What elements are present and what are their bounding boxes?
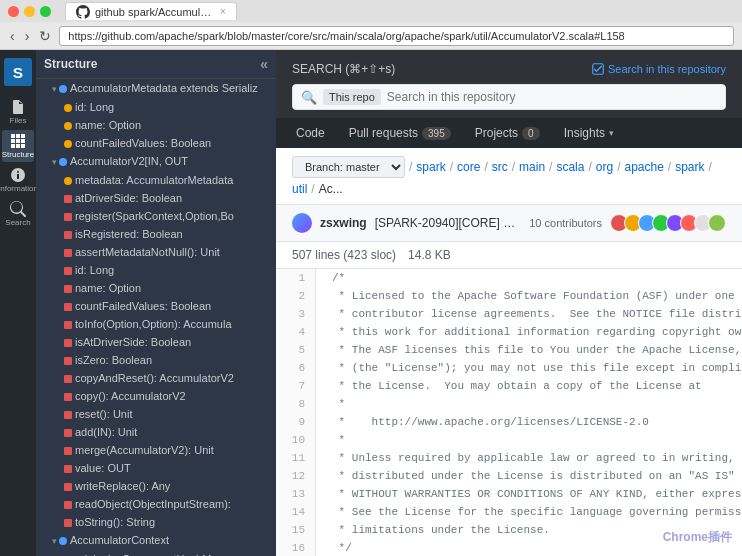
path-scala[interactable]: scala [556, 160, 584, 174]
forward-button[interactable]: › [23, 28, 32, 44]
line-code: * http://www.apache.org/licenses/LICENSE… [316, 413, 665, 431]
nav-pr-label: Pull requests [349, 126, 418, 140]
path-util[interactable]: util [292, 182, 307, 196]
tree-item[interactable]: metadata: AccumulatorMetadata [36, 171, 276, 189]
projects-badge: 0 [522, 127, 540, 140]
address-bar: ‹ › ↻ [0, 22, 742, 50]
code-line: 7 * the License. You may obtain a copy o… [276, 377, 742, 395]
tree-item[interactable]: toString(): String [36, 513, 276, 531]
path-sep-6: / [617, 160, 620, 174]
tree-item[interactable]: readObject(ObjectInputStream): [36, 495, 276, 513]
main-content[interactable]: SEARCH (⌘+⇧+s) Search in this repository… [276, 50, 742, 556]
search-icon: 🔍 [301, 90, 317, 105]
line-number: 13 [276, 485, 316, 503]
path-src[interactable]: src [492, 160, 508, 174]
nav-pull-requests[interactable]: Pull requests 395 [345, 124, 455, 142]
tree-item[interactable]: value: OUT [36, 459, 276, 477]
path-sep-3: / [512, 160, 515, 174]
tab-area: github spark/AccumulatorV2.scala at … × [65, 2, 734, 20]
tree-item[interactable]: name: Option [36, 116, 276, 134]
line-code: * WITHOUT WARRANTIES OR CONDITIONS OF AN… [316, 485, 742, 503]
close-button[interactable] [8, 6, 19, 17]
contrib-8 [708, 214, 726, 232]
branch-select[interactable]: Branch: master [292, 156, 405, 178]
main-layout: S Files Structure Information Search Str… [0, 50, 742, 556]
nav-code[interactable]: Code [292, 124, 329, 142]
tree-item[interactable]: id: Long [36, 261, 276, 279]
sidebar-item-information[interactable]: Information [2, 164, 34, 196]
tree-item[interactable]: register(SparkContext,Option,Bo [36, 207, 276, 225]
contributors-count: 10 contributors [529, 217, 602, 229]
line-number: 3 [276, 305, 316, 323]
path-sep-5: / [588, 160, 591, 174]
tree-item[interactable]: countFailedValues: Boolean [36, 297, 276, 315]
tree-item[interactable]: ▾AccumulatorV2[IN, OUT [36, 152, 276, 171]
reload-button[interactable]: ↻ [37, 28, 53, 44]
structure-title: Structure [44, 57, 97, 71]
tree-item[interactable]: countFailedValues: Boolean [36, 134, 276, 152]
back-button[interactable]: ‹ [8, 28, 17, 44]
structure-label: Structure [2, 150, 34, 159]
tab-close-btn[interactable]: × [220, 6, 226, 17]
nav-projects[interactable]: Projects 0 [471, 124, 544, 142]
icon-sidebar: S Files Structure Information Search [0, 50, 36, 556]
line-number: 10 [276, 431, 316, 449]
tree-item[interactable]: ▾AccumulatorContext [36, 531, 276, 550]
line-number: 11 [276, 449, 316, 467]
sidebar-item-search[interactable]: Search [2, 198, 34, 230]
code-line: 14 * See the License for the specific la… [276, 503, 742, 521]
app-logo: S [4, 58, 32, 86]
line-code: * contributor license agreements. See th… [316, 305, 742, 323]
address-input[interactable] [59, 26, 734, 46]
path-sep-2: / [484, 160, 487, 174]
tree-item[interactable]: toInfo(Option,Option): Accumula [36, 315, 276, 333]
tree-item[interactable]: originals: ConcurrentHashMap [36, 550, 276, 556]
tree-item[interactable]: add(IN): Unit [36, 423, 276, 441]
tree-item[interactable]: isRegistered: Boolean [36, 225, 276, 243]
line-number: 5 [276, 341, 316, 359]
file-size: 14.8 KB [408, 248, 451, 262]
maximize-button[interactable] [40, 6, 51, 17]
tree-item[interactable]: atDriverSide: Boolean [36, 189, 276, 207]
sidebar-item-structure[interactable]: Structure [2, 130, 34, 162]
author-name: zsxwing [320, 216, 367, 230]
tree-item[interactable]: assertMetadataNotNull(): Unit [36, 243, 276, 261]
line-number: 9 [276, 413, 316, 431]
tree-item[interactable]: writeReplace(): Any [36, 477, 276, 495]
search-in-repo-link[interactable]: Search in this repository [592, 63, 726, 75]
tree-item[interactable]: reset(): Unit [36, 405, 276, 423]
path-org[interactable]: org [596, 160, 613, 174]
code-line: 10 * [276, 431, 742, 449]
path-main[interactable]: main [519, 160, 545, 174]
active-tab[interactable]: github spark/AccumulatorV2.scala at … × [65, 2, 237, 20]
tree-item[interactable]: copy(): AccumulatorV2 [36, 387, 276, 405]
tree-item[interactable]: isAtDriverSide: Boolean [36, 333, 276, 351]
code-line: 8 * [276, 395, 742, 413]
path-sep-7: / [668, 160, 671, 174]
code-line: 12 * distributed under the License is di… [276, 467, 742, 485]
path-apache[interactable]: apache [624, 160, 663, 174]
insights-dropdown-icon: ▾ [609, 128, 614, 138]
nav-insights[interactable]: Insights ▾ [560, 124, 618, 142]
tree-item[interactable]: isZero: Boolean [36, 351, 276, 369]
search-overlay: SEARCH (⌘+⇧+s) Search in this repository… [276, 50, 742, 122]
sidebar-item-files[interactable]: Files [2, 96, 34, 128]
path-spark2[interactable]: spark [675, 160, 704, 174]
tree-item[interactable]: ▾AccumulatorMetadata extends Serializ [36, 79, 276, 98]
search-input[interactable] [387, 90, 717, 104]
tree-item[interactable]: merge(AccumulatorV2): Unit [36, 441, 276, 459]
search-header: SEARCH (⌘+⇧+s) Search in this repository [292, 62, 726, 76]
code-line: 5 * The ASF licenses this file to You un… [276, 341, 742, 359]
minimize-button[interactable] [24, 6, 35, 17]
tree-item[interactable]: id: Long [36, 98, 276, 116]
path-spark[interactable]: spark [416, 160, 445, 174]
path-core[interactable]: core [457, 160, 480, 174]
file-nav: Branch: master / spark / core / src / ma… [276, 148, 742, 205]
structure-panel: Structure « ▾AccumulatorMetadata extends… [36, 50, 276, 556]
this-repo-badge[interactable]: This repo [323, 89, 381, 105]
tree-item[interactable]: copyAndReset(): AccumulatorV2 [36, 369, 276, 387]
line-number: 6 [276, 359, 316, 377]
collapse-btn[interactable]: « [260, 56, 268, 72]
code-line: 4 * this work for additional information… [276, 323, 742, 341]
tree-item[interactable]: name: Option [36, 279, 276, 297]
